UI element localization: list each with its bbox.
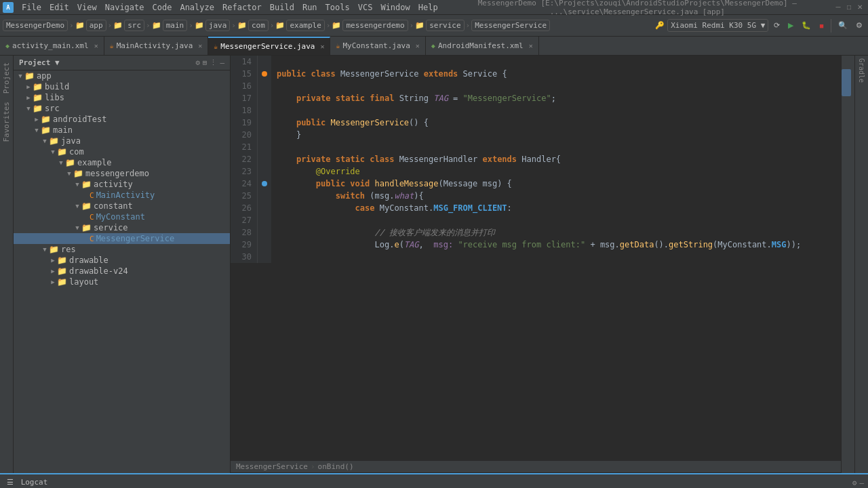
tab-android-manifest[interactable]: ◆ AndroidManifest.xml ✕: [426, 37, 539, 55]
tree-item-androidtest[interactable]: ▶ 📁 androidTest: [14, 114, 230, 125]
sidebar-close-icon[interactable]: —: [220, 58, 224, 67]
tree-item-drawable-v24[interactable]: ▶ 📁 drawable-v24: [14, 266, 230, 277]
code-line-22: 22 private static class MessengerHandler…: [231, 153, 841, 165]
code-line-24: 24 public void handleMessage(Message msg…: [231, 178, 841, 190]
tree-item-constant[interactable]: ▼ 📁 constant: [14, 201, 230, 211]
menu-bar: A File Edit View Navigate Code Analyze R…: [0, 0, 868, 15]
breadcrumb-messengerdemo2[interactable]: messengerdemo: [342, 20, 408, 31]
main-content: Project Favorites Project ▼ ⚙ ⊞ ⋮ — ▼ 📁 …: [0, 56, 868, 473]
app-icon: A: [3, 2, 14, 13]
sidebar-gear-icon[interactable]: ⋮: [210, 58, 217, 67]
search-everywhere-button[interactable]: 🔍: [835, 20, 850, 31]
breadcrumb-nav: MessengerDemo › 📁 app › 📁 src › 📁 main ›…: [3, 20, 550, 31]
tree-item-messengerservice[interactable]: ▶ C MessengerService: [14, 233, 230, 244]
tree-item-myconstant[interactable]: ▶ C MyConstant: [14, 211, 230, 222]
tab-main-activity[interactable]: ☕ MainActivity.java ✕: [104, 37, 209, 55]
logcat-tab-active[interactable]: ☰ Logcat: [0, 475, 54, 488]
code-line-25: 25 switch (msg.what){: [231, 190, 841, 202]
breadcrumb-example[interactable]: example: [286, 20, 324, 31]
run-button[interactable]: ▶: [785, 20, 796, 31]
tree-item-drawable[interactable]: ▶ 📁 drawable: [14, 255, 230, 266]
bottom-panel: ☰ Logcat ⚙ — Xiaomi Redmi K30 5G Android…: [0, 473, 868, 488]
editor-scrollbar-thumb[interactable]: [842, 69, 851, 96]
code-line-26: 26 case MyConstant.MSG_FROM_CLIENT:: [231, 202, 841, 214]
menu-code[interactable]: Code: [149, 1, 176, 14]
code-line-29: 29 Log.e(TAG, msg: "receive msg from cli…: [231, 239, 841, 251]
sync-button[interactable]: ⟳: [771, 20, 783, 31]
breadcrumb-main[interactable]: main: [163, 20, 188, 31]
menu-refactor[interactable]: Refactor: [218, 1, 266, 14]
editor-content[interactable]: 14 15 public class MessengerService exte…: [231, 56, 841, 461]
menu-help[interactable]: Help: [414, 1, 442, 14]
breadcrumb-messengerdemo[interactable]: MessengerDemo: [3, 20, 68, 31]
menu-build[interactable]: Build: [266, 1, 298, 14]
breadcrumb-java[interactable]: java: [205, 20, 231, 31]
toolbar: MessengerDemo › 📁 app › 📁 src › 📁 main ›…: [0, 15, 868, 37]
editor-breadcrumb: MessengerService › onBind(): [231, 461, 841, 473]
menu-edit[interactable]: Edit: [45, 1, 73, 14]
tree-item-src[interactable]: ▼ 📁 src: [14, 103, 230, 114]
tree-item-build[interactable]: ▶ 📁 build: [14, 81, 230, 92]
breadcrumb-app[interactable]: app: [86, 20, 106, 31]
logcat-minimize-icon[interactable]: —: [859, 479, 864, 487]
right-panel-strip: [841, 56, 854, 473]
sidebar-expand-icon[interactable]: ⊞: [203, 58, 208, 67]
tree-item-example[interactable]: ▼ 📁 example: [14, 157, 230, 168]
left-panel-tabs: Project Favorites: [0, 56, 14, 473]
code-line-21: 21: [231, 141, 841, 153]
tree-item-layout[interactable]: ▶ 📁 layout: [14, 277, 230, 287]
tree-item-mainactivity[interactable]: ▶ C MainActivity: [14, 190, 230, 201]
tree-item-java[interactable]: ▼ 📁 java: [14, 136, 230, 146]
tree-item-com[interactable]: ▼ 📁 com: [14, 146, 230, 157]
tab-activity-main[interactable]: ◆ activity_main.xml ✕: [0, 37, 104, 55]
debug-button[interactable]: 🐛: [799, 20, 814, 31]
stop-button[interactable]: ■: [816, 20, 827, 31]
breadcrumb-method-label: onBind(): [318, 462, 354, 471]
minimize-button[interactable]: ─: [833, 2, 844, 13]
menu-vcs[interactable]: VCS: [354, 1, 377, 14]
logcat-settings-icon[interactable]: ⚙: [852, 479, 857, 487]
menu-navigate[interactable]: Navigate: [101, 1, 149, 14]
tree-item-main[interactable]: ▼ 📁 main: [14, 125, 230, 136]
breadcrumb-src[interactable]: src: [124, 20, 144, 31]
device-selector[interactable]: Xiaomi Redmi K30 5G ▼: [667, 19, 768, 32]
tree-item-service[interactable]: ▼ 📁 service: [14, 222, 230, 233]
code-line-18: 18: [231, 104, 841, 117]
settings-button[interactable]: ⚙: [853, 20, 865, 31]
menu-run[interactable]: Run: [298, 1, 321, 14]
panel-tab-project[interactable]: Project: [1, 58, 12, 98]
tree-item-res[interactable]: ▼ 📁 res: [14, 244, 230, 255]
breadcrumb-messenger-service[interactable]: MessengerService: [471, 20, 550, 31]
tab-messenger-service[interactable]: ☕ MessengerService.java ✕: [208, 37, 330, 55]
breadcrumb-com[interactable]: com: [248, 20, 269, 31]
menu-tools[interactable]: Tools: [321, 1, 354, 14]
code-line-14: 14: [231, 56, 841, 68]
tree-item-messengerdemo[interactable]: ▼ 📁 messengerdemo: [14, 168, 230, 179]
tree-item-activity[interactable]: ▼ 📁 activity: [14, 179, 230, 190]
window-controls: ─ □ ✕: [833, 2, 865, 13]
menu-view[interactable]: View: [73, 1, 101, 14]
menu-window[interactable]: Window: [376, 1, 414, 14]
menu-analyze[interactable]: Analyze: [176, 1, 218, 14]
sidebar-settings-icon[interactable]: ⚙: [195, 58, 200, 67]
breadcrumb-service[interactable]: service: [426, 20, 464, 31]
logcat-tab-label: Logcat: [21, 478, 48, 487]
code-line-20: 20 }: [231, 129, 841, 141]
tree-item-libs[interactable]: ▶ 📁 libs: [14, 92, 230, 103]
code-line-17: 17 private static final String TAG = "Me…: [231, 92, 841, 104]
far-right-panel: Gradle: [854, 56, 868, 473]
maximize-button[interactable]: □: [844, 2, 854, 13]
close-button[interactable]: ✕: [854, 2, 865, 13]
code-line-16: 16: [231, 80, 841, 92]
menu-file[interactable]: File: [18, 1, 45, 14]
code-line-15: 15 public class MessengerService extends…: [231, 68, 841, 80]
gradle-tab[interactable]: Gradle: [856, 56, 867, 85]
panel-tab-favorites[interactable]: Favorites: [1, 98, 12, 146]
tree-item-app[interactable]: ▼ 📁 app: [14, 70, 230, 81]
project-tree: ▼ 📁 app ▶ 📁 build ▶ 📁 libs ▼ 📁 src: [14, 70, 230, 473]
tab-my-constant[interactable]: ☕ MyConstant.java ✕: [330, 37, 425, 55]
sidebar-header: Project ▼ ⚙ ⊞ ⋮ —: [14, 56, 230, 70]
code-line-19: 19 public MessengerService() {: [231, 117, 841, 129]
window-title: MessengerDemo [E:\Projects\zouqi\Android…: [442, 0, 833, 16]
breadcrumb-service-label: MessengerService: [236, 462, 308, 471]
